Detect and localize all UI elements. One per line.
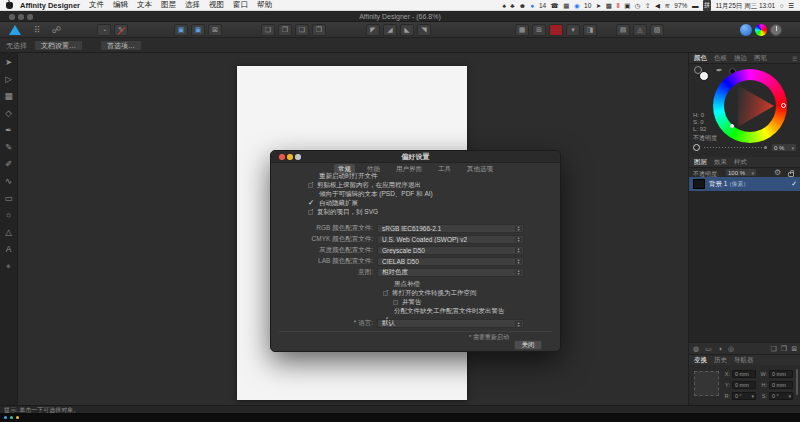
menubar-status-icon[interactable]: 14	[539, 0, 546, 11]
dial-icon[interactable]	[770, 24, 782, 36]
hue-selector-dot[interactable]	[781, 103, 786, 108]
tool-icon[interactable]: ▷	[5, 75, 12, 84]
menubar-status-icon[interactable]: ≋	[664, 0, 669, 11]
language-dropdown[interactable]: 默认	[377, 319, 524, 328]
panel-tab[interactable]: 效果	[714, 158, 727, 167]
panel-scrollbar[interactable]	[796, 369, 798, 395]
menubar-status-icon[interactable]: ☰	[788, 0, 794, 11]
checkbox[interactable]	[308, 191, 315, 198]
menubar-status-icon[interactable]: ◉	[574, 0, 580, 11]
menubar-status-icon[interactable]: ◷	[635, 0, 641, 11]
tool-icon[interactable]: ○	[6, 211, 11, 220]
toolbar-button[interactable]: ❑	[295, 24, 309, 36]
color-ball-icon[interactable]	[755, 24, 767, 36]
toolbar-button[interactable]: ◔	[97, 24, 111, 36]
fill-swatch[interactable]	[699, 71, 709, 81]
panel-tab[interactable]: 画笔	[754, 54, 767, 63]
checkbox[interactable]	[383, 308, 390, 315]
slider-track[interactable]	[704, 147, 764, 148]
layers-toolbar-icon[interactable]: ▭	[705, 345, 712, 353]
tool-icon[interactable]: ➤	[5, 58, 12, 67]
menu-item[interactable]: 文本	[137, 0, 152, 10]
transform-field-input[interactable]: 0 mm	[732, 370, 756, 378]
panel-tab[interactable]: 图层	[694, 158, 707, 167]
menubar-status-icon[interactable]: ☎	[551, 0, 559, 11]
menu-item[interactable]: 选择	[185, 0, 200, 10]
tool-icon[interactable]: A	[6, 245, 12, 254]
toolbar-button[interactable]: ⊠	[208, 24, 222, 36]
menubar-status-icon[interactable]: ◀	[655, 0, 660, 11]
panel-menu-icon[interactable]: ☰	[792, 55, 797, 62]
dropdown-stepper-icon[interactable]	[515, 237, 522, 242]
toolbar-button[interactable]: ◬	[633, 24, 647, 36]
pixel-persona-icon[interactable]: ⠿	[34, 24, 41, 36]
menubar-status-icon[interactable]: ‖	[616, 0, 619, 11]
menubar-status-icon[interactable]: ▣	[624, 0, 630, 11]
toolbar-button[interactable]: ◢	[383, 24, 397, 36]
layers-list-empty-area[interactable]	[689, 191, 800, 342]
tool-icon[interactable]: ∿	[5, 177, 12, 186]
toolbar-button[interactable]: ◣	[400, 24, 414, 36]
tool-icon[interactable]: ▦	[4, 92, 12, 101]
dropdown-stepper-icon[interactable]	[515, 321, 522, 326]
tool-icon[interactable]: △	[5, 228, 12, 237]
tool-icon[interactable]: ✎	[5, 143, 12, 152]
menubar-status-icon[interactable]: ▩	[606, 0, 612, 11]
dropdown-stepper-icon[interactable]	[515, 248, 522, 253]
toolbar-button[interactable]: ▤	[616, 24, 630, 36]
layer-thumbnail[interactable]	[693, 179, 705, 189]
checkbox[interactable]	[383, 291, 388, 296]
menu-app-name[interactable]: Affinity Designer	[20, 1, 80, 10]
toolbar-button[interactable]: ❒	[312, 24, 326, 36]
layers-toolbar-icon[interactable]: ❏	[771, 345, 777, 353]
profile-dropdown[interactable]: CIELAB D50	[377, 257, 524, 266]
preferences-button[interactable]: 首选项…	[100, 40, 142, 51]
tool-icon[interactable]: ▭	[4, 194, 12, 203]
layer-visibility-checkbox[interactable]: ✓	[791, 180, 797, 188]
menubar-status-icon[interactable]: ♣	[510, 0, 514, 11]
close-button[interactable]: 关闭	[514, 340, 542, 350]
menubar-status-icon[interactable]: ▦	[563, 0, 569, 11]
transform-field-input[interactable]: 0 °	[769, 392, 793, 400]
layers-toolbar-icon[interactable]: ◍	[693, 345, 699, 353]
layers-toolbar-icon[interactable]: ◎	[728, 345, 734, 353]
transform-field-input[interactable]: 0 mm	[769, 381, 793, 389]
layers-toolbar-icon[interactable]: ⊠	[791, 345, 797, 353]
menubar-status-icon[interactable]: ♠	[502, 0, 505, 11]
menu-item[interactable]: 编辑	[113, 0, 128, 10]
menubar-status-icon[interactable]: ⇪	[645, 0, 650, 11]
checkbox[interactable]	[308, 173, 315, 180]
checkbox[interactable]	[308, 183, 313, 188]
panel-tab[interactable]: 变换	[694, 356, 707, 365]
toolbar-button[interactable]: ◨	[583, 24, 597, 36]
profile-dropdown[interactable]: sRGB IEC61966-2.1	[377, 224, 524, 233]
transform-field-input[interactable]: 0 mm	[732, 381, 756, 389]
toolbar-button[interactable]: ◤	[366, 24, 380, 36]
slider-handle[interactable]	[693, 144, 700, 151]
dialog-tab[interactable]: 其他选项	[463, 164, 497, 174]
panel-tab[interactable]: 样式	[734, 158, 747, 167]
toolbar-button[interactable]: ▦	[515, 24, 529, 36]
menu-item[interactable]: 文件	[89, 0, 104, 10]
layers-toolbar-icon[interactable]: ◑	[718, 345, 722, 353]
panel-tab[interactable]: 描边	[734, 54, 747, 63]
toolbar-button[interactable]: ❐	[278, 24, 292, 36]
toolbar-button[interactable]: ▣	[191, 24, 205, 36]
panel-tab[interactable]: 导航器	[734, 356, 754, 365]
eyedropper-icon[interactable]: ✒	[716, 66, 723, 75]
toolbar-button[interactable]: ▣	[174, 24, 188, 36]
tool-icon[interactable]: ◇	[5, 109, 12, 118]
profile-dropdown[interactable]: Greyscale D50	[377, 246, 524, 255]
toolbar-button[interactable]: ▾	[566, 24, 580, 36]
layer-opacity-dropdown[interactable]: 100 %▾	[725, 168, 757, 177]
menu-item[interactable]: 窗口	[233, 0, 248, 10]
triangle-selector-dot[interactable]	[730, 124, 734, 128]
color-opacity-value[interactable]: 0 %▾	[771, 143, 797, 152]
designer-persona-icon[interactable]	[9, 25, 21, 35]
checkbox[interactable]	[383, 281, 390, 288]
menubar-status-icon[interactable]: ▬	[692, 0, 699, 11]
rotation-ball-icon[interactable]	[740, 24, 752, 36]
menubar-status-icon[interactable]: 97%	[674, 0, 687, 11]
menubar-status-icon[interactable]: 拼	[703, 0, 711, 11]
menubar-status-icon[interactable]: ○	[780, 0, 784, 11]
